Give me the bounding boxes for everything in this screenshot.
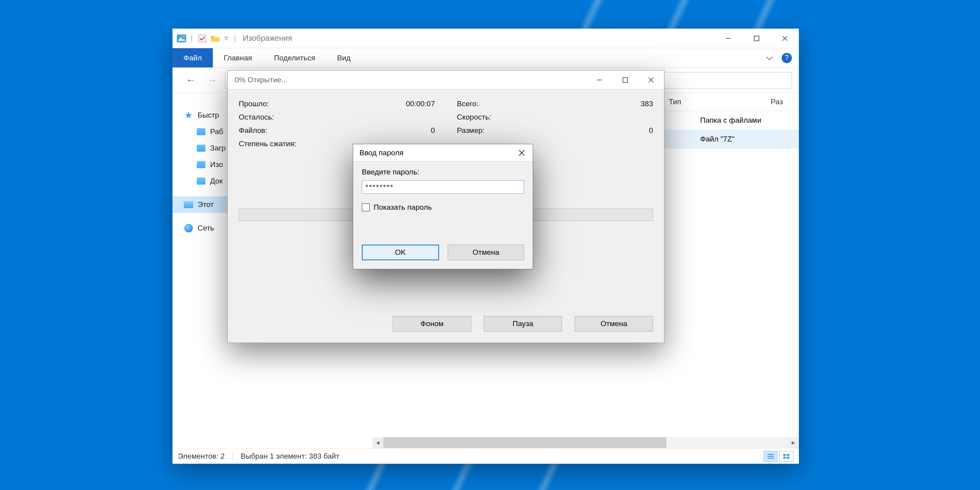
password-dialog: Ввод пароля Введите пароль: Показать пар… — [353, 144, 533, 269]
svg-rect-11 — [623, 78, 628, 82]
column-size[interactable]: Раз — [764, 98, 795, 106]
ribbon-tab-share[interactable]: Поделиться — [263, 48, 326, 67]
row-speed: Скорость: — [457, 111, 653, 124]
scroll-left-icon[interactable]: ◄ — [372, 437, 383, 448]
titlebar-separator: | — [189, 35, 194, 42]
column-type[interactable]: Тип — [662, 98, 764, 106]
svg-rect-3 — [199, 35, 206, 42]
pc-icon — [183, 200, 194, 210]
nav-back-icon[interactable]: ← — [183, 73, 199, 88]
folder-icon — [196, 143, 206, 153]
label: Степень сжатия: — [239, 140, 296, 148]
cancel-button[interactable]: Отмена — [575, 316, 653, 332]
row-size: Размер:0 — [457, 124, 653, 137]
checkbox-icon[interactable] — [362, 203, 370, 211]
nav-label: Сеть — [198, 224, 214, 232]
scroll-right-icon[interactable]: ► — [788, 437, 799, 448]
nav-label: Док — [210, 177, 223, 185]
nav-label: Быстр — [198, 111, 219, 120]
label: Скорость: — [457, 113, 491, 122]
close-button[interactable] — [511, 144, 533, 162]
horizontal-scrollbar[interactable]: ◄ ► — [372, 437, 799, 448]
folder-icon — [196, 176, 206, 186]
nav-label: Раб — [210, 127, 223, 136]
check-icon[interactable] — [197, 34, 207, 42]
value: 383 — [641, 100, 653, 108]
ribbon-tab-view[interactable]: Вид — [326, 48, 361, 67]
dropdown-icon[interactable] — [223, 34, 229, 42]
row-remaining: Осталось: — [239, 111, 435, 124]
status-bar: Элементов: 2 Выбран 1 элемент: 383 байт — [172, 448, 799, 464]
ribbon-collapse-icon[interactable] — [759, 48, 780, 67]
minimize-button[interactable] — [714, 29, 742, 48]
photos-app-icon — [176, 34, 186, 42]
folder-icon — [196, 160, 206, 170]
label: Осталось: — [239, 113, 274, 122]
ribbon-tab-file[interactable]: Файл — [172, 48, 213, 67]
maximize-button[interactable] — [742, 29, 771, 48]
password-titlebar[interactable]: Ввод пароля — [353, 144, 533, 162]
status-selection: Выбран 1 элемент: 383 байт — [241, 452, 339, 461]
label: Файлов: — [239, 126, 267, 135]
status-separator — [232, 452, 233, 461]
progress-title: 0% Открытие... — [235, 76, 287, 84]
minimize-button[interactable] — [586, 71, 612, 89]
checkbox-label: Показать пароль — [374, 203, 432, 212]
nav-forward-icon: → — [204, 73, 220, 88]
pause-button[interactable]: Пауза — [484, 316, 562, 332]
svg-rect-6 — [783, 454, 786, 456]
svg-point-2 — [183, 36, 185, 37]
show-password-checkbox[interactable]: Показать пароль — [362, 203, 524, 212]
value: 0 — [649, 126, 653, 135]
titlebar-separator: | — [232, 35, 237, 42]
nav-label: Загр — [210, 144, 226, 152]
row-files: Файлов:0 — [239, 124, 435, 137]
row-elapsed: Прошло:00:00:07 — [239, 97, 435, 111]
star-icon: ★ — [183, 110, 194, 120]
folder-icon — [196, 127, 206, 137]
status-item-count: Элементов: 2 — [178, 452, 225, 461]
nav-label: Этот — [198, 200, 214, 209]
window-title: Изображения — [243, 34, 292, 43]
svg-rect-7 — [787, 454, 789, 456]
help-icon[interactable]: ? — [782, 53, 792, 63]
value: 00:00:07 — [406, 100, 435, 108]
close-button[interactable] — [638, 71, 664, 89]
ribbon: Файл Главная Поделиться Вид ? — [172, 48, 799, 68]
network-icon — [183, 223, 194, 233]
scroll-thumb[interactable] — [383, 437, 666, 448]
password-title: Ввод пароля — [359, 149, 403, 157]
folder-icon[interactable] — [210, 34, 220, 42]
svg-rect-5 — [754, 36, 759, 41]
svg-rect-9 — [787, 457, 789, 459]
scroll-track[interactable] — [383, 437, 788, 448]
value: 0 — [431, 126, 435, 135]
password-input[interactable] — [362, 180, 524, 194]
cell-type: Файл "7Z" — [693, 135, 795, 143]
cancel-button[interactable]: Отмена — [448, 245, 524, 260]
row-total: Всего:383 — [457, 97, 653, 111]
explorer-titlebar[interactable]: | | Изображения — [172, 29, 799, 48]
view-large-button[interactable] — [779, 451, 793, 462]
svg-rect-8 — [783, 457, 786, 459]
ribbon-tab-home[interactable]: Главная — [213, 48, 263, 67]
maximize-button[interactable] — [612, 71, 638, 89]
background-button[interactable]: Фоном — [393, 316, 471, 332]
close-button[interactable] — [771, 29, 799, 48]
progress-titlebar[interactable]: 0% Открытие... — [228, 71, 664, 89]
nav-label: Изо — [210, 160, 223, 169]
ok-button[interactable]: OK — [362, 245, 439, 260]
password-label: Введите пароль: — [362, 168, 524, 176]
label: Прошло: — [239, 100, 269, 108]
label: Размер: — [457, 126, 485, 135]
cell-type: Папка с файлами — [693, 116, 795, 125]
label: Всего: — [457, 100, 479, 108]
view-details-button[interactable] — [764, 451, 778, 462]
